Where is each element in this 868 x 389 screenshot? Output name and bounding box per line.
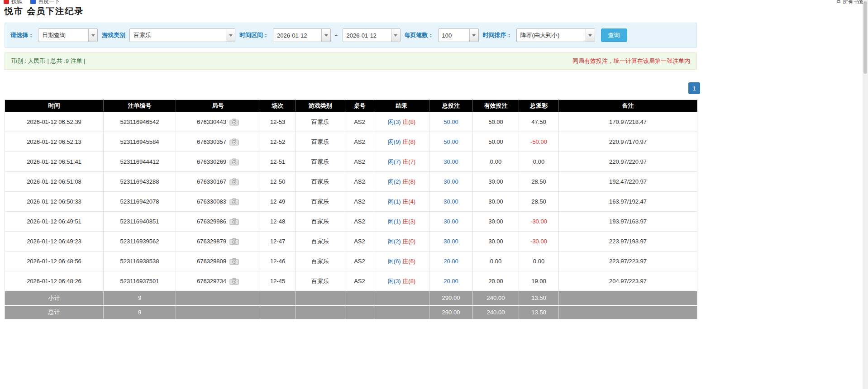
browser-scrollbar[interactable] [863,0,868,389]
page-1-button[interactable]: 1 [688,82,700,94]
cell-bet-id: 523116939562 [104,232,176,251]
chevron-down-icon[interactable] [321,29,330,42]
chevron-down-icon[interactable] [586,29,595,42]
cell-valid-bet: 50.00 [473,112,519,132]
cell-total-bet[interactable]: 30.00 [429,172,473,192]
game-type-combo[interactable]: 百家乐 [129,28,235,42]
bet-records-table: 时间注单编号局号场次游戏类别桌号结果总投注有效投注总派彩备注 2026-01-1… [5,100,697,319]
video-icon[interactable] [229,258,239,265]
table-row: 2026-01-12 06:52:13523116945584676330357… [5,132,697,152]
page-title: 悦市 会员下注纪录 [5,5,868,17]
cell-game-type: 百家乐 [296,192,345,212]
video-icon[interactable] [229,238,239,245]
date-to-value: 2026-01-12 [343,29,391,42]
cell-payout: -30.00 [519,232,559,251]
cell-session: 12-47 [260,232,296,251]
select-label: 请选择： [10,31,34,39]
cell-bet-id: 523116946542 [104,112,176,132]
column-header: 局号 [176,100,260,112]
cell-session: 12-51 [260,152,296,172]
cell-total-bet[interactable]: 20.00 [429,271,473,291]
cell-result: 闲(2) 庄(8) [374,172,429,192]
video-icon[interactable] [229,178,239,185]
cell-total-bet[interactable]: 30.00 [429,152,473,172]
cell-game-type: 百家乐 [296,251,345,271]
cell-result: 闲(3) 庄(8) [374,112,429,132]
cell-session: 12-53 [260,112,296,132]
video-icon[interactable] [229,119,239,126]
cell-total-bet[interactable]: 30.00 [429,232,473,251]
cell-game-type: 百家乐 [296,132,345,152]
cell-table-no: AS2 [345,132,374,152]
video-icon[interactable] [229,218,239,225]
cell-game-type: 百家乐 [296,212,345,232]
cell-payout: 0.00 [519,251,559,271]
cell-total-bet[interactable]: 50.00 [429,112,473,132]
video-icon[interactable] [229,138,239,146]
cell-round-id: 676330167 [176,172,260,192]
sort-order-combo[interactable]: 降幂(由大到小) [516,28,595,42]
query-button[interactable]: 查询 [601,28,627,42]
chevron-down-icon[interactable] [391,29,400,42]
scrollbar-thumb[interactable] [863,1,867,74]
sort-order-label: 时间排序： [483,31,512,39]
video-icon[interactable] [229,158,239,166]
video-icon[interactable] [229,278,239,285]
cell-total-bet[interactable]: 50.00 [429,132,473,152]
chevron-down-icon[interactable] [469,29,478,42]
column-header: 游戏类别 [296,100,345,112]
page-size-combo[interactable]: 100 [438,28,479,42]
date-from-combo[interactable]: 2026-01-12 [273,28,331,42]
query-type-combo[interactable]: 日期查询 [38,28,98,42]
cell-time: 2026-01-12 06:51:08 [5,172,104,192]
table-row: 2026-01-12 06:52:39523116946542676330443… [5,112,697,132]
cell-time: 2026-01-12 06:49:23 [5,232,104,251]
footer-count: 9 [104,305,176,319]
cell-bet-id: 523116942078 [104,192,176,212]
footer-label: 总计 [5,305,104,319]
table-row: 2026-01-12 06:48:26523116937501676329734… [5,271,697,291]
cell-bet-id: 523116940851 [104,212,176,232]
cell-bet-id: 523116938538 [104,251,176,271]
page-size-label: 每页笔数： [405,31,434,39]
cell-session: 12-50 [260,172,296,192]
page-size-value: 100 [439,29,469,42]
date-to-combo[interactable]: 2026-01-12 [343,28,401,42]
cell-valid-bet: 0.00 [473,152,519,172]
cell-table-no: AS2 [345,271,374,291]
cell-valid-bet: 30.00 [473,172,519,192]
cell-payout: 0.00 [519,152,559,172]
cell-game-type: 百家乐 [296,271,345,291]
cell-session: 12-46 [260,251,296,271]
cell-table-no: AS2 [345,212,374,232]
browser-bookmarks-bar: 搜狐 百度一下 ⧉ 所有书签 [0,0,868,5]
cell-result: 闲(3) 庄(8) [374,271,429,291]
date-range-separator: ~ [335,32,339,39]
chevron-down-icon[interactable] [226,29,235,42]
cell-time: 2026-01-12 06:50:33 [5,192,104,212]
cell-result: 闲(1) 庄(3) [374,212,429,232]
time-range-label: 时间区间： [239,31,269,39]
bookmark-item-sohu[interactable]: 搜狐 [4,0,22,5]
cell-session: 12-45 [260,271,296,291]
cell-time: 2026-01-12 06:52:13 [5,132,104,152]
game-type-label: 游戏类别 [102,31,125,39]
bookmark-label: 搜狐 [11,0,22,5]
cell-total-bet[interactable]: 30.00 [429,192,473,212]
table-row: 2026-01-12 06:49:23523116939562676329879… [5,232,697,251]
cell-round-id: 676330443 [176,112,260,132]
all-bookmarks-button[interactable]: ⧉ 所有书签 [837,0,864,5]
cell-table-no: AS2 [345,192,374,212]
table-header-row: 时间注单编号局号场次游戏类别桌号结果总投注有效投注总派彩备注 [5,100,697,112]
video-icon[interactable] [229,198,239,205]
footer-valid-bet: 240.00 [473,305,519,319]
cell-session: 12-48 [260,212,296,232]
chevron-down-icon[interactable] [88,29,97,42]
bookmark-favicon [30,0,36,4]
cell-time: 2026-01-12 06:49:51 [5,212,104,232]
cell-total-bet[interactable]: 20.00 [429,251,473,271]
cell-payout: -30.00 [519,212,559,232]
bookmark-item-baidu[interactable]: 百度一下 [30,0,60,5]
column-header: 时间 [5,100,104,112]
cell-total-bet[interactable]: 30.00 [429,212,473,232]
